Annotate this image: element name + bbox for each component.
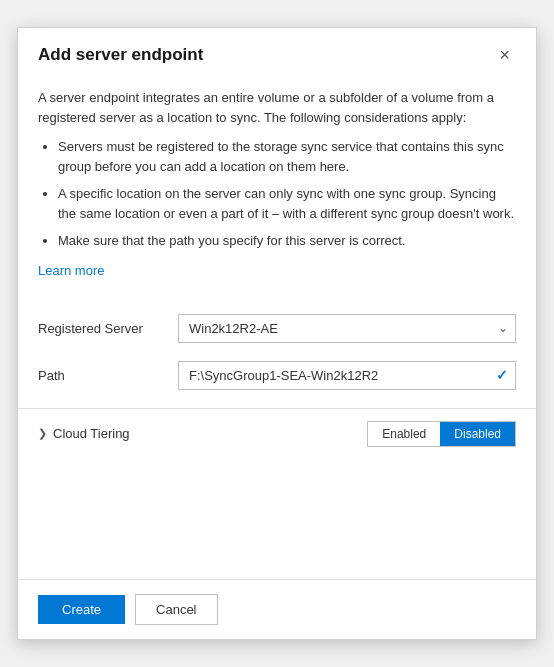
add-server-endpoint-dialog: Add server endpoint × A server endpoint … bbox=[17, 27, 537, 640]
path-label: Path bbox=[38, 368, 178, 383]
dialog-title: Add server endpoint bbox=[38, 45, 203, 65]
create-button[interactable]: Create bbox=[38, 595, 125, 624]
registered-server-select[interactable]: Win2k12R2-AE bbox=[178, 314, 516, 343]
cloud-tiering-enabled-button[interactable]: Enabled bbox=[368, 422, 440, 446]
cancel-button[interactable]: Cancel bbox=[135, 594, 217, 625]
path-input[interactable] bbox=[178, 361, 516, 390]
chevron-icon: ❯ bbox=[38, 427, 47, 440]
cloud-tiering-left: ❯ Cloud Tiering bbox=[38, 426, 130, 441]
cloud-tiering-section: ❯ Cloud Tiering Enabled Disabled bbox=[18, 408, 536, 459]
close-button[interactable]: × bbox=[493, 44, 516, 66]
checkmark-icon: ✓ bbox=[496, 367, 508, 383]
bullet-item: Servers must be registered to the storag… bbox=[58, 137, 516, 176]
form-section: Registered Server Win2k12R2-AE ⌄ Path ✓ bbox=[38, 314, 516, 390]
dialog-body: A server endpoint integrates an entire v… bbox=[18, 78, 536, 579]
cloud-tiering-disabled-button[interactable]: Disabled bbox=[440, 422, 515, 446]
cloud-tiering-toggle-group: Enabled Disabled bbox=[367, 421, 516, 447]
learn-more-link[interactable]: Learn more bbox=[38, 263, 104, 278]
bullet-item: Make sure that the path you specify for … bbox=[58, 231, 516, 251]
cloud-tiering-label: Cloud Tiering bbox=[53, 426, 130, 441]
registered-server-row: Registered Server Win2k12R2-AE ⌄ bbox=[38, 314, 516, 343]
intro-text: A server endpoint integrates an entire v… bbox=[38, 88, 516, 127]
bullet-list: Servers must be registered to the storag… bbox=[38, 137, 516, 251]
registered-server-label: Registered Server bbox=[38, 321, 178, 336]
registered-server-control: Win2k12R2-AE ⌄ bbox=[178, 314, 516, 343]
path-control: ✓ bbox=[178, 361, 516, 390]
dialog-footer: Create Cancel bbox=[18, 579, 536, 639]
bullet-item: A specific location on the server can on… bbox=[58, 184, 516, 223]
spacer bbox=[38, 459, 516, 579]
path-row: Path ✓ bbox=[38, 361, 516, 390]
dialog-header: Add server endpoint × bbox=[18, 28, 536, 78]
